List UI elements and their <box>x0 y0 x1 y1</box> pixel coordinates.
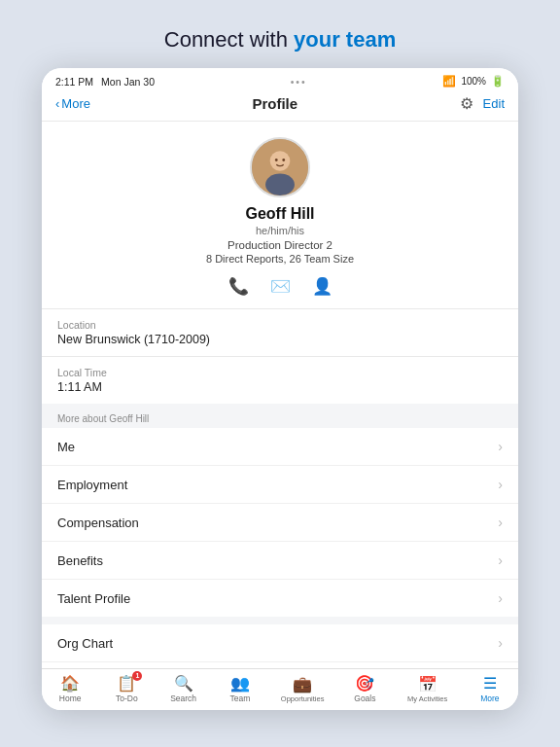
nav-item-more[interactable]: ☰ More <box>469 674 511 703</box>
profile-name: Geoff Hill <box>245 205 314 223</box>
org-chevron-icon: › <box>498 635 503 651</box>
org-icon[interactable]: 👤 <box>312 276 332 297</box>
org-chart-label: Org Chart <box>57 636 113 651</box>
back-label: More <box>61 96 90 111</box>
nav-actions: ⚙ Edit <box>460 94 505 113</box>
battery-icon: 🔋 <box>491 75 505 88</box>
status-dots: ••• <box>291 76 307 88</box>
menu-item-employment-label: Employment <box>57 478 127 492</box>
search-label: Search <box>170 694 196 703</box>
svg-point-1 <box>270 151 291 171</box>
svg-point-4 <box>282 159 285 161</box>
menu-item-benefits-label: Benefits <box>57 553 103 568</box>
activities-label: My Activities <box>407 694 447 703</box>
nav-item-team[interactable]: 👥 Team <box>219 674 262 703</box>
todo-badge: 1 <box>132 671 142 681</box>
profile-section: Geoff Hill he/him/his Production Directo… <box>42 122 518 308</box>
chevron-icon: › <box>498 590 503 606</box>
info-block-location: Location New Brunswick (1710-2009) <box>42 308 518 356</box>
menu-item-me[interactable]: Me › <box>42 428 518 466</box>
opportunities-icon: 💼 <box>293 675 312 694</box>
nav-item-todo[interactable]: 📋 1 To-Do <box>105 674 148 703</box>
team-label: Team <box>229 694 250 703</box>
menu-item-compensation[interactable]: Compensation › <box>42 504 518 542</box>
team-icon: 👥 <box>230 674 250 693</box>
settings-button[interactable]: ⚙ <box>460 94 473 113</box>
menu-item-talent-label: Talent Profile <box>57 591 130 606</box>
nav-title: Profile <box>252 95 298 112</box>
chevron-icon: › <box>498 439 503 454</box>
local-time-value: 1:11 AM <box>57 380 503 394</box>
search-icon: 🔍 <box>174 674 193 693</box>
back-chevron-icon: ‹ <box>55 96 59 111</box>
nav-item-goals[interactable]: 🎯 Goals <box>343 674 386 703</box>
status-bar: 2:11 PM Mon Jan 30 ••• 📶 100% 🔋 <box>42 68 518 90</box>
org-chart-section: Org Chart › Managers Rafael Co <box>42 624 518 668</box>
location-label: Location <box>57 319 503 331</box>
wifi-icon: 📶 <box>442 75 456 88</box>
home-label: Home <box>59 694 82 703</box>
avatar <box>250 137 310 197</box>
menu-item-me-label: Me <box>57 440 75 454</box>
battery-text: 100% <box>461 76 486 87</box>
nav-item-opportunities[interactable]: 💼 Opportunities <box>275 675 330 703</box>
local-time-label: Local Time <box>57 367 503 378</box>
svg-point-3 <box>275 159 278 161</box>
goals-icon: 🎯 <box>355 674 374 693</box>
menu-item-benefits[interactable]: Benefits › <box>42 542 518 580</box>
about-menu-list: Me › Employment › Compensation › Benefit… <box>42 428 518 617</box>
content-area: Geoff Hill he/him/his Production Directo… <box>42 122 518 668</box>
status-date: Mon Jan 30 <box>101 76 155 88</box>
profile-title: Production Director 2 <box>228 239 332 251</box>
org-chart-header[interactable]: Org Chart › <box>42 624 518 662</box>
avatar-image <box>252 137 308 197</box>
opportunities-label: Opportunities <box>281 694 325 703</box>
menu-item-employment[interactable]: Employment › <box>42 466 518 504</box>
status-time: 2:11 PM <box>55 76 93 88</box>
profile-pronouns: he/him/his <box>256 225 304 236</box>
edit-button[interactable]: Edit <box>483 96 505 111</box>
back-button[interactable]: ‹ More <box>55 96 90 111</box>
nav-item-activities[interactable]: 📅 My Activities <box>401 675 455 703</box>
chevron-icon: › <box>498 552 503 568</box>
bottom-nav: 🏠 Home 📋 1 To-Do 🔍 Search 👥 Team 💼 Op <box>42 668 518 710</box>
phone-icon[interactable]: 📞 <box>228 276 249 297</box>
more-label: More <box>480 694 499 703</box>
profile-meta: 8 Direct Reports, 26 Team Size <box>206 253 354 265</box>
nav-item-home[interactable]: 🏠 Home <box>49 674 91 703</box>
page-header: Connect with your team <box>164 0 396 68</box>
svg-point-2 <box>265 174 295 196</box>
activities-icon: 📅 <box>418 675 438 694</box>
info-block-time: Local Time 1:11 AM <box>42 356 518 404</box>
about-section-header: More about Geoff Hill <box>42 404 518 428</box>
top-nav: ‹ More Profile ⚙ Edit <box>42 90 518 122</box>
profile-actions: 📞 ✉️ 👤 <box>228 276 332 297</box>
location-value: New Brunswick (1710-2009) <box>57 333 503 346</box>
goals-label: Goals <box>354 694 375 703</box>
menu-item-talent[interactable]: Talent Profile › <box>42 580 518 617</box>
menu-item-compensation-label: Compensation <box>57 516 139 530</box>
device-shell: 2:11 PM Mon Jan 30 ••• 📶 100% 🔋 ‹ More P… <box>42 68 518 710</box>
chevron-icon: › <box>498 515 503 530</box>
todo-label: To-Do <box>116 694 138 703</box>
chevron-icon: › <box>498 477 503 492</box>
nav-item-search[interactable]: 🔍 Search <box>162 674 205 703</box>
home-icon: 🏠 <box>60 674 80 693</box>
email-icon[interactable]: ✉️ <box>270 276 291 297</box>
more-icon: ☰ <box>483 674 497 693</box>
